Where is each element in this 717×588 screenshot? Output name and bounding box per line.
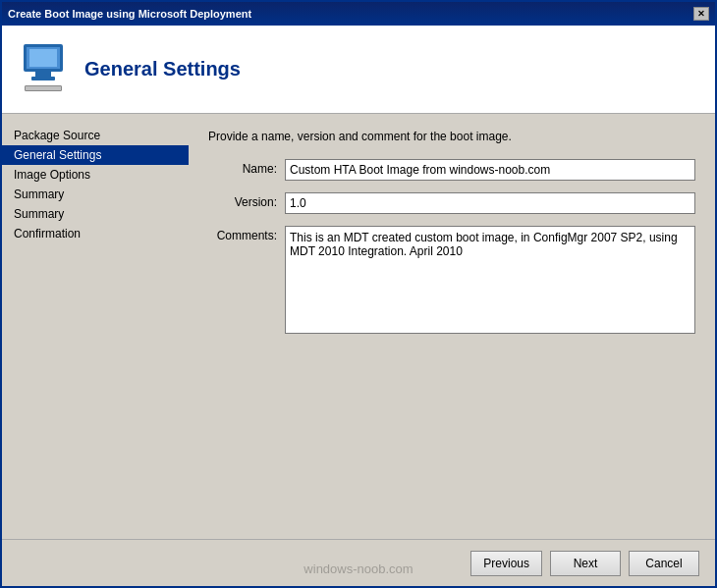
titlebar: Create Boot Image using Microsoft Deploy… [2,2,715,26]
sidebar-item-image-options[interactable]: Image Options [2,165,189,185]
sidebar-item-general-settings[interactable]: General Settings [2,145,189,165]
comments-label: Comments: [208,226,277,242]
sidebar-item-summary-2[interactable]: Summary [2,204,189,224]
cancel-button[interactable]: Cancel [629,551,699,576]
form-area: Name: Version: Comments: This is an MDT … [208,159,695,334]
version-row: Version: [208,192,695,214]
window-title: Create Boot Image using Microsoft Deploy… [8,8,251,20]
main-window: Create Boot Image using Microsoft Deploy… [0,0,717,588]
sidebar-item-confirmation[interactable]: Confirmation [2,224,189,243]
main-panel: Provide a name, version and comment for … [189,114,715,539]
instruction-text: Provide a name, version and comment for … [208,130,695,143]
previous-button[interactable]: Previous [470,551,542,576]
version-input[interactable] [285,192,695,214]
content-area: Package Source General Settings Image Op… [2,114,715,539]
computer-icon [18,44,69,95]
sidebar-item-summary-1[interactable]: Summary [2,185,189,204]
name-label: Name: [208,159,277,176]
name-input[interactable] [285,159,695,181]
comments-row: Comments: This is an MDT created custom … [208,226,695,334]
next-button[interactable]: Next [550,551,621,576]
name-row: Name: [208,159,695,181]
sidebar: Package Source General Settings Image Op… [2,114,189,539]
page-title: General Settings [84,58,241,80]
footer: Previous Next Cancel windows-noob.com [2,539,715,586]
header: General Settings [2,26,715,114]
sidebar-item-package-source[interactable]: Package Source [2,126,189,145]
close-button[interactable]: ✕ [693,7,709,21]
comments-textarea[interactable]: This is an MDT created custom boot image… [285,226,695,334]
version-label: Version: [208,192,277,209]
